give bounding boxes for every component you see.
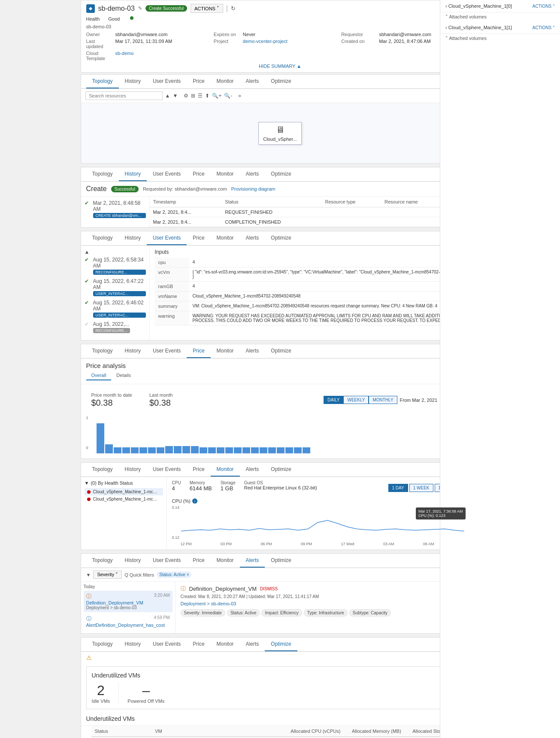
tab-price-5[interactable]: Price <box>187 463 210 477</box>
expand-panel-icon[interactable]: » <box>238 93 241 99</box>
opt-col-status: Status <box>91 726 152 737</box>
zoom-out-icon[interactable]: 🔍- <box>224 93 232 99</box>
tab-monitor-3[interactable]: Monitor <box>211 231 240 245</box>
price-tab-details[interactable]: Details <box>111 371 136 380</box>
ue-badge-4[interactable]: RECONFIGURE... <box>93 328 130 333</box>
tab-optimize-7[interactable]: Optimize <box>265 638 297 651</box>
alert-item-0[interactable]: 3:20 AM ⓘ Definition_Deployment_VM Deplo… <box>84 591 173 612</box>
settings-icon[interactable]: ⚙ <box>184 93 188 99</box>
list-icon[interactable]: ☰ <box>198 93 203 99</box>
alert-item-1[interactable]: 4:59 PM ⓘ AlertDefinition_Deployment_has… <box>84 613 173 630</box>
tab-price-2[interactable]: Price <box>187 167 210 181</box>
tab-monitor-7[interactable]: Monitor <box>211 638 240 651</box>
alert-sub-0: Deployment > sb-demo-03 <box>86 605 170 610</box>
tab-price-6[interactable]: Price <box>187 554 210 568</box>
tab-user-events-2[interactable]: User Events <box>147 167 187 181</box>
filter-triangle[interactable]: ▼ <box>85 480 89 486</box>
tab-user-events-1[interactable]: User Events <box>147 75 187 88</box>
tab-history-2[interactable]: History <box>119 167 147 181</box>
search-nav-down[interactable]: ▼ <box>173 93 178 99</box>
cloud-template-link[interactable]: sb-demo <box>115 51 210 61</box>
tab-topology-5[interactable]: Topology <box>86 463 119 477</box>
health-label: Health <box>86 16 100 21</box>
dismiss-button[interactable]: DISMISS <box>260 586 278 591</box>
tab-alerts-3[interactable]: Alerts <box>240 231 265 245</box>
quick-filter-input[interactable]: Q Quick filters <box>124 572 154 577</box>
price-bar <box>260 447 267 453</box>
tab-topology[interactable]: Topology <box>86 75 119 88</box>
provisioning-diagram-link[interactable]: Provisioning diagram <box>231 186 275 191</box>
status-active-tag[interactable]: Status: Active × <box>157 571 191 578</box>
tab-topology-2[interactable]: Topology <box>86 167 119 181</box>
refresh-icon[interactable]: ↻ <box>231 5 236 12</box>
tab-alerts-6[interactable]: Alerts <box>240 554 265 568</box>
user-events-body: ▲ ✔ Aug 15, 2022, 6:58:34 AM RECONFIGURE… <box>81 246 479 340</box>
search-nav-up[interactable]: ▲ <box>165 93 170 99</box>
vm-node[interactable]: 🖥 Cloud_vSpher... <box>258 122 301 145</box>
tab-monitor-2[interactable]: Monitor <box>211 167 240 181</box>
tab-topology-7[interactable]: Topology <box>86 638 119 651</box>
price-bar <box>200 447 207 453</box>
tab-history-3[interactable]: History <box>119 231 147 245</box>
tab-history-4[interactable]: History <box>119 344 147 358</box>
period-monthly[interactable]: MONTHLY <box>369 396 397 404</box>
tab-alerts-4[interactable]: Alerts <box>240 344 265 358</box>
tab-price-4[interactable]: Price <box>187 344 210 358</box>
tab-optimize-2[interactable]: Optimize <box>265 167 297 181</box>
tab-user-events-7[interactable]: User Events <box>147 638 187 651</box>
ue-badge-1[interactable]: RECONFIGURE... <box>93 270 146 275</box>
tab-alerts-2[interactable]: Alerts <box>240 167 265 181</box>
ue-badge-2[interactable]: USER_INTERAC... <box>93 291 146 296</box>
tab-user-events-5[interactable]: User Events <box>147 463 187 477</box>
zoom-in-icon[interactable]: 🔍+ <box>212 93 221 99</box>
tab-alerts-1[interactable]: Alerts <box>240 75 265 88</box>
actions-button[interactable]: ACTIONS ˅ <box>191 4 223 13</box>
user-events-section: Topology History User Events Price Monit… <box>81 231 480 340</box>
period-daily[interactable]: DAILY <box>324 396 343 404</box>
monitor-vm-0[interactable]: Cloud_vSphere_Machine_1-mcm306191-163093… <box>85 488 163 495</box>
tab-monitor-4[interactable]: Monitor <box>211 344 240 358</box>
monitor-1week[interactable]: 1 WEEK <box>409 484 433 492</box>
tab-optimize-5[interactable]: Optimize <box>265 463 297 477</box>
monitor-vm-1[interactable]: Cloud_vSphere_Machine_1-mcm306192-163093… <box>85 495 163 503</box>
grid-icon[interactable]: ⊞ <box>191 93 195 99</box>
tab-price-7[interactable]: Price <box>187 638 210 651</box>
collapse-icon[interactable]: ▲ <box>85 249 90 255</box>
tab-price-3[interactable]: Price <box>187 231 210 245</box>
ue-badge-3[interactable]: USER_INTERAC... <box>93 313 146 318</box>
price-tab-overall[interactable]: Overall <box>86 371 112 380</box>
project-link[interactable]: demo-vcenter-project <box>243 39 338 49</box>
tab-optimize-4[interactable]: Optimize <box>265 344 297 358</box>
today-label: Today <box>84 584 173 589</box>
hide-summary-btn[interactable]: HIDE SUMMARY ▲ <box>86 64 474 69</box>
tab-user-events-4[interactable]: User Events <box>147 344 187 358</box>
monitor-1day[interactable]: 1 DAY <box>388 484 408 492</box>
tab-alerts-7[interactable]: Alerts <box>240 638 265 651</box>
tab-optimize-6[interactable]: Optimize <box>265 554 297 568</box>
event-badge[interactable]: CREATE sbhandari@vm... <box>93 213 146 218</box>
tab-topology-6[interactable]: Topology <box>86 554 119 568</box>
topology-search[interactable] <box>85 91 163 100</box>
tab-user-events-6[interactable]: User Events <box>147 554 187 568</box>
tab-history-1[interactable]: History <box>119 75 147 88</box>
tab-history-7[interactable]: History <box>119 638 147 651</box>
tab-alerts-5[interactable]: Alerts <box>240 463 265 477</box>
severity-button[interactable]: Severity ˅ <box>93 571 122 579</box>
tab-topology-3[interactable]: Topology <box>86 231 119 245</box>
edit-icon[interactable]: ✎ <box>138 6 142 11</box>
export-icon[interactable]: ⬆ <box>205 93 209 99</box>
guest-os-label: Guest OS <box>244 480 317 485</box>
tab-optimize-3[interactable]: Optimize <box>265 231 297 245</box>
tab-topology-4[interactable]: Topology <box>86 344 119 358</box>
tab-monitor-1[interactable]: Monitor <box>211 75 240 88</box>
tab-monitor-5[interactable]: Monitor <box>211 463 240 477</box>
tab-history-6[interactable]: History <box>119 554 147 568</box>
alert-breadcrumb[interactable]: Deployment > sb-demo-03 <box>181 601 236 606</box>
period-weekly[interactable]: WEEKLY <box>343 396 369 404</box>
history-requested-by: Requested by: sbhandari@vmware.com <box>143 186 227 191</box>
tab-optimize-1[interactable]: Optimize <box>265 75 297 88</box>
tab-price-1[interactable]: Price <box>187 75 210 88</box>
tab-user-events-3[interactable]: User Events <box>147 231 187 245</box>
tab-history-5[interactable]: History <box>119 463 147 477</box>
tab-monitor-6[interactable]: Monitor <box>211 554 240 568</box>
